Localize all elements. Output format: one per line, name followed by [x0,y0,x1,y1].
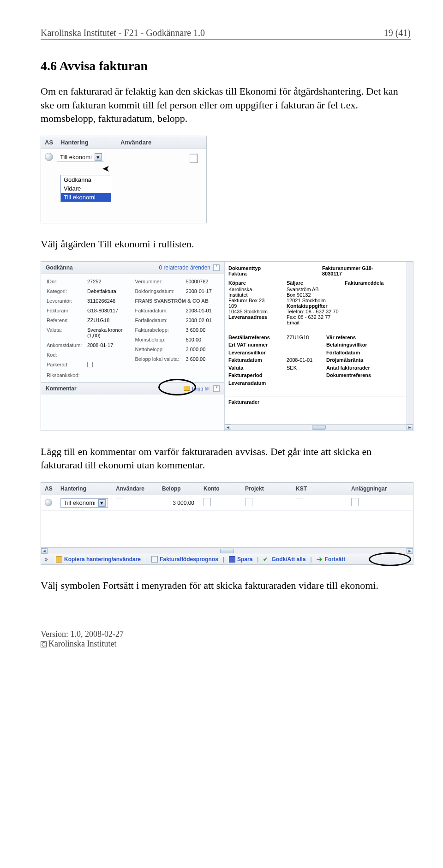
inv-msg: Fakturameddela [345,280,411,286]
prognos-icon [151,556,158,563]
status-sphere-icon [45,153,53,161]
inv-buyer-title: Köpare [228,280,284,286]
collapse-icon[interactable]: ˄ [213,264,220,271]
hantering-combo[interactable]: Till ekonomi ▾ [60,498,108,508]
scrollbar-horizontal[interactable]: ◄ ► [41,547,413,554]
screenshot-dropdown: AS Hantering Användare Till ekonomi ▾ ➤ … [41,136,207,223]
expand-icon[interactable]: ˅ [213,385,220,392]
kommentar-label: Kommentar [46,385,77,392]
dropdown-option[interactable]: Vidare [61,184,111,193]
col-as: AS [45,139,60,146]
scroll-thumb[interactable] [220,549,234,553]
scrollbar-horizontal[interactable]: ◄ ► [225,424,413,431]
scrollbar-vertical[interactable] [407,262,413,424]
chevron-down-icon[interactable]: ▾ [98,499,106,507]
scroll-left-icon[interactable]: ◄ [41,548,48,554]
document-icon[interactable] [245,498,252,506]
page-footer: Version: 1.0, 2008-02-27 CKarolinska Ins… [41,629,411,649]
dropdown-option[interactable]: Godkänna [61,175,111,184]
scroll-thumb[interactable] [312,425,326,430]
prognos-action[interactable]: Fakturaflödesprognos [151,556,218,563]
panel-title: Godkänna [46,264,73,271]
paragraph-4: Välj symbolen Fortsätt i menyraden för a… [41,579,411,593]
inv-label: Faktura [228,271,247,276]
paragraph-1: Om en fakturarad är felaktig kan den ski… [41,84,411,126]
inv-value: 8030117 [322,271,342,276]
inv-label: Dokumenttyp [228,265,261,271]
col-anvandare: Användare [120,139,151,146]
page-header: Karolinska Institutet - F21 - Godkännare… [41,28,411,40]
paragraph-2: Välj åtgärden Till ekonomi i rullisten. [41,237,411,251]
status-sphere-icon [45,499,52,506]
scroll-right-icon[interactable]: ► [407,548,413,554]
footer-version: Version: 1.0, 2008-02-27 [41,629,411,639]
save-action[interactable]: Spara [229,556,252,563]
hantering-combo[interactable]: Till ekonomi ▾ [57,152,104,162]
copy-action[interactable]: Kopiera hantering/användare [56,556,141,563]
document-icon[interactable] [296,498,303,506]
paragraph-3: Lägg till en kommentar om varför faktura… [41,445,411,472]
forward-icon [317,556,323,563]
folder-icon [184,386,190,391]
screenshot-toolbar: ASHanteringAnvändareBeloppKontoProjektKS… [41,482,413,565]
scroll-right-icon[interactable]: ► [407,425,413,430]
double-arrow-icon[interactable] [45,556,51,563]
inv-rows-title: Fakturarader [228,399,411,405]
dropdown-option-selected[interactable]: Till ekonomi [61,193,111,202]
forward-action[interactable]: Fortsätt [317,556,346,563]
check-icon [263,556,269,563]
footer-org: Karolinska Institutet [48,639,116,648]
belopp-value: 3 000,00 [162,500,204,506]
cursor-icon: ➤ [102,163,110,174]
scroll-left-icon[interactable]: ◄ [225,425,231,430]
header-right: 19 (41) [384,28,411,38]
add-comment-button[interactable]: Lägg till [184,386,210,391]
header-left: Karolinska Institutet - F21 - Godkännare… [41,28,205,38]
section-title: 4.6 Avvisa fakturan [41,59,411,73]
combo-value: Till ekonomi [60,154,92,161]
document-icon[interactable] [204,498,211,506]
screenshot-details: Godkänna 0 relaterade ärenden ˄ IDnr:272… [41,261,413,431]
document-icon[interactable] [116,498,123,506]
inv-seller-title: Säljare [287,280,342,286]
document-icon[interactable] [351,498,359,506]
related-link[interactable]: 0 relaterade ärenden ˄ [159,264,220,271]
approve-action[interactable]: Godk/Att alla [263,556,305,563]
col-hantering: Hantering [60,139,120,146]
annotation-circle [369,552,411,566]
save-icon [229,556,235,563]
document-icon[interactable] [190,154,198,163]
chevron-down-icon[interactable]: ▾ [95,153,102,161]
copy-icon [56,556,62,563]
copyright-icon: C [41,641,47,647]
hantering-dropdown[interactable]: Godkänna Vidare Till ekonomi [60,175,111,202]
inv-value: Fakturanummer G18- [322,265,373,271]
